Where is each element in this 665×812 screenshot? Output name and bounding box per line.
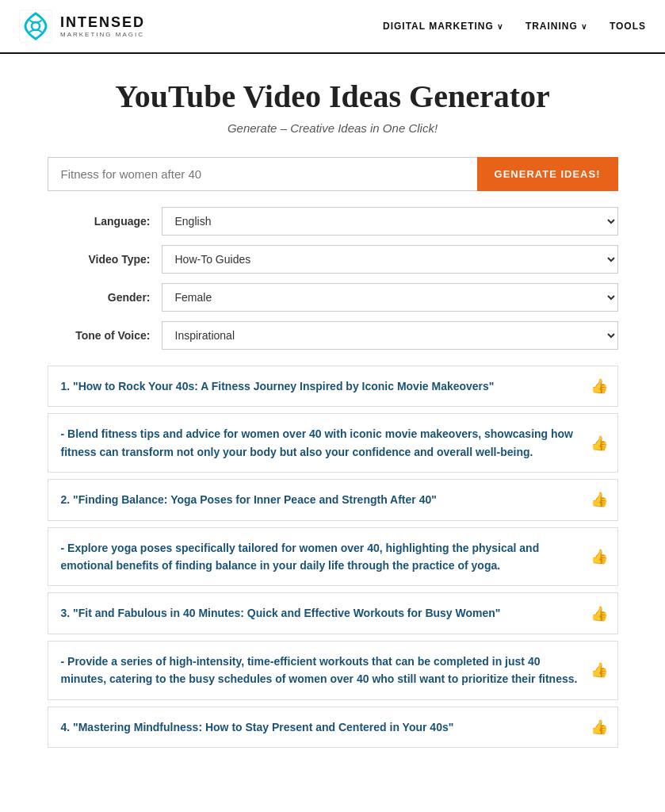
copy-icon[interactable]: 👍 [590, 661, 608, 679]
nav-tools-label: TOOLS [610, 21, 646, 32]
copy-icon[interactable]: 👍 [590, 377, 608, 395]
nav-digital-marketing-label: DIGITAL MARKETING [383, 21, 494, 32]
copy-icon[interactable]: 👍 [590, 435, 608, 452]
language-row: Language: English Spanish French German … [48, 207, 618, 236]
card-text: 1. "How to Rock Your 40s: A Fitness Jour… [61, 380, 495, 393]
video-type-row: Video Type: How-To Guides Tutorials Vlog… [48, 245, 618, 274]
language-label: Language: [48, 215, 151, 228]
logo: INTENSED MARKETING MAGIC [19, 10, 145, 43]
result-desc-card: - Blend fitness tips and advice for wome… [48, 413, 618, 473]
nav-training[interactable]: TRAINING ∨ [526, 21, 587, 32]
result-title-card: 4. "Mastering Mindfulness: How to Stay P… [48, 707, 618, 748]
video-type-select[interactable]: How-To Guides Tutorials Vlogs Reviews In… [162, 245, 618, 274]
card-text: - Blend fitness tips and advice for wome… [61, 427, 574, 458]
copy-icon[interactable]: 👍 [590, 548, 608, 565]
main-nav: DIGITAL MARKETING ∨ TRAINING ∨ TOOLS [383, 21, 646, 32]
logo-name: INTENSED [60, 14, 145, 31]
card-text: - Explore yoga poses specifically tailor… [61, 542, 540, 572]
site-header: INTENSED MARKETING MAGIC DIGITAL MARKETI… [0, 0, 665, 54]
search-row: GENERATE IDEAS! [48, 157, 618, 191]
nav-training-label: TRAINING [526, 21, 578, 32]
result-title-card: 1. "How to Rock Your 40s: A Fitness Jour… [48, 366, 618, 407]
gender-row: Gender: Female Male All [48, 283, 618, 312]
nav-digital-marketing[interactable]: DIGITAL MARKETING ∨ [383, 21, 503, 32]
main-content: YouTube Video Ideas Generator Generate –… [32, 54, 634, 778]
card-text: 4. "Mastering Mindfulness: How to Stay P… [61, 721, 454, 733]
video-type-label: Video Type: [48, 253, 151, 266]
result-title-card: 3. "Fit and Fabulous in 40 Minutes: Quic… [48, 592, 618, 634]
card-text: 3. "Fit and Fabulous in 40 Minutes: Quic… [61, 607, 501, 619]
logo-subtitle: MARKETING MAGIC [60, 31, 145, 38]
card-text: 2. "Finding Balance: Yoga Poses for Inne… [61, 493, 437, 506]
logo-text: INTENSED MARKETING MAGIC [60, 14, 145, 38]
page-title: YouTube Video Ideas Generator [48, 78, 618, 115]
results-container: 1. "How to Rock Your 40s: A Fitness Jour… [48, 366, 618, 748]
gender-label: Gender: [48, 291, 151, 304]
tone-row: Tone of Voice: Inspirational Professiona… [48, 321, 618, 350]
copy-icon[interactable]: 👍 [590, 718, 608, 736]
chevron-down-icon: ∨ [581, 22, 587, 31]
tone-label: Tone of Voice: [48, 329, 151, 342]
gender-select[interactable]: Female Male All [162, 283, 618, 312]
logo-icon [19, 10, 52, 43]
page-subtitle: Generate – Creative Ideas in One Click! [48, 121, 618, 135]
generate-button[interactable]: GENERATE IDEAS! [477, 157, 618, 191]
result-desc-card: - Explore yoga poses specifically tailor… [48, 527, 618, 587]
tone-select[interactable]: Inspirational Professional Humorous Casu… [162, 321, 618, 350]
nav-tools[interactable]: TOOLS [610, 21, 646, 32]
copy-icon[interactable]: 👍 [590, 605, 608, 622]
result-desc-card: - Provide a series of high-intensity, ti… [48, 641, 618, 700]
card-text: - Provide a series of high-intensity, ti… [61, 655, 578, 685]
copy-icon[interactable]: 👍 [590, 491, 608, 508]
search-input[interactable] [48, 157, 477, 191]
result-title-card: 2. "Finding Balance: Yoga Poses for Inne… [48, 479, 618, 520]
language-select[interactable]: English Spanish French German Portuguese… [162, 207, 618, 236]
chevron-down-icon: ∨ [497, 22, 503, 31]
